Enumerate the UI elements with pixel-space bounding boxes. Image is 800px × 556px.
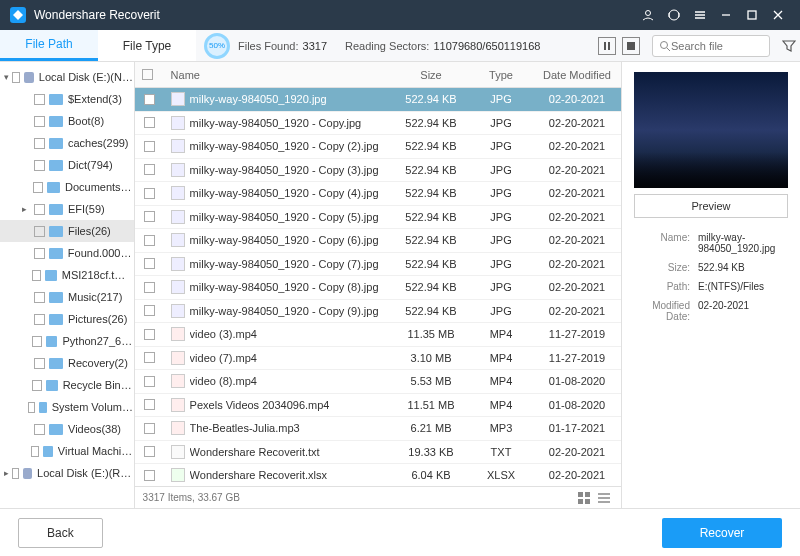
tab-file-path[interactable]: File Path xyxy=(0,30,98,61)
row-checkbox[interactable] xyxy=(144,352,155,363)
file-table-body[interactable]: milky-way-984050_1920.jpg522.94 KBJPG02-… xyxy=(135,88,621,486)
table-row[interactable]: milky-way-984050_1920 - Copy (7).jpg522.… xyxy=(135,253,621,277)
table-row[interactable]: The-Beatles-Julia.mp36.21 MBMP301-17-202… xyxy=(135,417,621,441)
row-checkbox[interactable] xyxy=(144,164,155,175)
tree-checkbox[interactable] xyxy=(12,468,20,479)
row-checkbox[interactable] xyxy=(144,305,155,316)
table-row[interactable]: milky-way-984050_1920 - Copy (2).jpg522.… xyxy=(135,135,621,159)
row-checkbox[interactable] xyxy=(144,235,155,246)
menu-icon[interactable] xyxy=(688,3,712,27)
tree-item[interactable]: Files(26) xyxy=(0,220,134,242)
tree-caret-icon[interactable]: ▾ xyxy=(4,72,12,82)
row-checkbox[interactable] xyxy=(144,117,155,128)
table-row[interactable]: milky-way-984050_1920 - Copy (5).jpg522.… xyxy=(135,206,621,230)
row-checkbox[interactable] xyxy=(144,423,155,434)
table-row[interactable]: video (3).mp411.35 MBMP411-27-2019 xyxy=(135,323,621,347)
close-button[interactable] xyxy=(766,3,790,27)
row-checkbox[interactable] xyxy=(144,188,155,199)
table-row[interactable]: milky-way-984050_1920 - Copy (4).jpg522.… xyxy=(135,182,621,206)
table-row[interactable]: video (7).mp43.10 MBMP411-27-2019 xyxy=(135,347,621,371)
tree-checkbox[interactable] xyxy=(34,314,45,325)
list-view-icon[interactable] xyxy=(595,489,613,507)
tree-checkbox[interactable] xyxy=(12,72,20,83)
minimize-button[interactable] xyxy=(714,3,738,27)
tree-item[interactable]: Python27_64(76) xyxy=(0,330,134,352)
col-type[interactable]: Type xyxy=(469,69,533,81)
tree-checkbox[interactable] xyxy=(34,248,45,259)
tree-checkbox[interactable] xyxy=(34,358,45,369)
tree-item[interactable]: ▾Local Disk (E:)(NTFS)(3154) xyxy=(0,66,134,88)
sidebar-tree[interactable]: ▾Local Disk (E:)(NTFS)(3154)$Extend(3)Bo… xyxy=(0,62,135,508)
tab-file-type[interactable]: File Type xyxy=(98,30,196,61)
tree-item[interactable]: Videos(38) xyxy=(0,418,134,440)
support-icon[interactable] xyxy=(662,3,686,27)
tree-checkbox[interactable] xyxy=(28,402,35,413)
tree-item[interactable]: Dict(794) xyxy=(0,154,134,176)
tree-checkbox[interactable] xyxy=(34,160,45,171)
table-row[interactable]: video (8).mp45.53 MBMP401-08-2020 xyxy=(135,370,621,394)
table-row[interactable]: Wondershare Recoverit.xlsx6.04 KBXLSX02-… xyxy=(135,464,621,486)
table-row[interactable]: milky-way-984050_1920.jpg522.94 KBJPG02-… xyxy=(135,88,621,112)
account-icon[interactable] xyxy=(636,3,660,27)
maximize-button[interactable] xyxy=(740,3,764,27)
tree-item[interactable]: Boot(8) xyxy=(0,110,134,132)
tree-item[interactable]: ▸Local Disk (E:)(Raw Files)(163) xyxy=(0,462,134,484)
row-checkbox[interactable] xyxy=(144,446,155,457)
col-size[interactable]: Size xyxy=(393,69,469,81)
tree-caret-icon[interactable]: ▸ xyxy=(22,204,34,214)
select-all-checkbox[interactable] xyxy=(142,69,153,80)
preview-button[interactable]: Preview xyxy=(634,194,788,218)
tree-item[interactable]: Found.000(1) xyxy=(0,242,134,264)
tree-checkbox[interactable] xyxy=(34,226,45,237)
row-checkbox[interactable] xyxy=(144,282,155,293)
row-checkbox[interactable] xyxy=(144,141,155,152)
tree-item[interactable]: Pictures(26) xyxy=(0,308,134,330)
tree-checkbox[interactable] xyxy=(31,446,39,457)
table-row[interactable]: milky-way-984050_1920 - Copy (8).jpg522.… xyxy=(135,276,621,300)
tree-checkbox[interactable] xyxy=(34,424,45,435)
col-date[interactable]: Date Modified xyxy=(533,69,621,81)
row-checkbox[interactable] xyxy=(144,258,155,269)
tree-item[interactable]: $Extend(3) xyxy=(0,88,134,110)
search-input[interactable] xyxy=(671,40,756,52)
row-checkbox[interactable] xyxy=(144,211,155,222)
col-name[interactable]: Name xyxy=(165,69,393,81)
tree-item[interactable]: caches(299) xyxy=(0,132,134,154)
tree-item[interactable]: System Volume Information(50) xyxy=(0,396,134,418)
tree-item[interactable]: MSI218cf.tmp(11) xyxy=(0,264,134,286)
stop-button[interactable] xyxy=(622,37,640,55)
back-button[interactable]: Back xyxy=(18,518,103,548)
tree-checkbox[interactable] xyxy=(34,116,45,127)
row-checkbox[interactable] xyxy=(144,94,155,105)
tree-checkbox[interactable] xyxy=(32,336,42,347)
row-checkbox[interactable] xyxy=(144,376,155,387)
table-row[interactable]: milky-way-984050_1920 - Copy (6).jpg522.… xyxy=(135,229,621,253)
search-box[interactable] xyxy=(652,35,770,57)
tree-checkbox[interactable] xyxy=(34,292,45,303)
row-checkbox[interactable] xyxy=(144,399,155,410)
tree-item[interactable]: Recycle Bin(971) xyxy=(0,374,134,396)
tree-checkbox[interactable] xyxy=(32,270,41,281)
row-checkbox[interactable] xyxy=(144,470,155,481)
table-row[interactable]: Wondershare Recoverit.txt19.33 KBTXT02-2… xyxy=(135,441,621,465)
tree-item[interactable]: Virtual Machines(524) xyxy=(0,440,134,462)
tree-checkbox[interactable] xyxy=(34,138,45,149)
tree-item[interactable]: Documents(44) xyxy=(0,176,134,198)
tree-item[interactable]: Music(217) xyxy=(0,286,134,308)
tree-caret-icon[interactable]: ▸ xyxy=(4,468,12,478)
tree-checkbox[interactable] xyxy=(34,94,45,105)
tree-checkbox[interactable] xyxy=(34,204,45,215)
table-row[interactable]: milky-way-984050_1920 - Copy (9).jpg522.… xyxy=(135,300,621,324)
tree-item[interactable]: ▸EFI(59) xyxy=(0,198,134,220)
tree-checkbox[interactable] xyxy=(33,182,43,193)
row-checkbox[interactable] xyxy=(144,329,155,340)
pause-button[interactable] xyxy=(598,37,616,55)
table-row[interactable]: Pexels Videos 2034096.mp411.51 MBMP401-0… xyxy=(135,394,621,418)
filter-icon[interactable] xyxy=(778,39,800,53)
tree-checkbox[interactable] xyxy=(32,380,42,391)
grid-view-icon[interactable] xyxy=(575,489,593,507)
table-row[interactable]: milky-way-984050_1920 - Copy.jpg522.94 K… xyxy=(135,112,621,136)
table-row[interactable]: milky-way-984050_1920 - Copy (3).jpg522.… xyxy=(135,159,621,183)
tree-item[interactable]: Recovery(2) xyxy=(0,352,134,374)
recover-button[interactable]: Recover xyxy=(662,518,782,548)
